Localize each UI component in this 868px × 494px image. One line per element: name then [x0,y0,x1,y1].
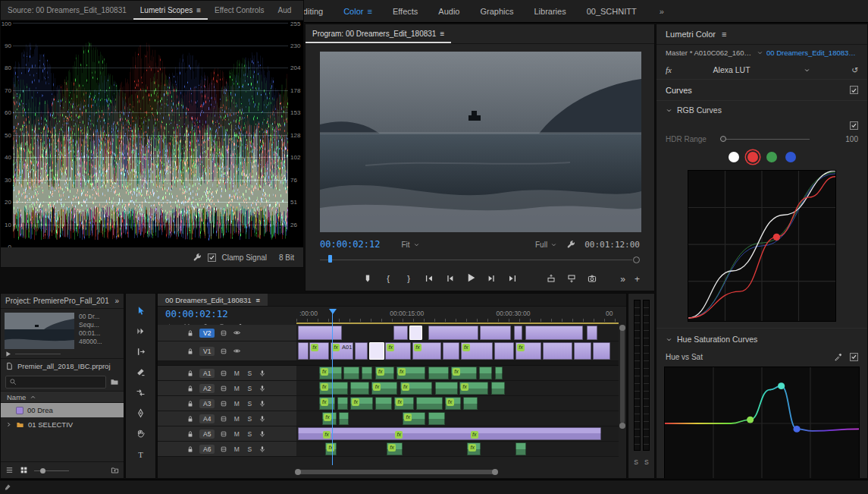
channel-dot-2[interactable] [766,152,777,162]
curves-enable-checkbox[interactable] [850,86,858,94]
workspace-menu-icon[interactable]: ≡ [367,7,371,16]
track-lane[interactable]: fxfxfxfx [296,396,619,411]
timeline-clip[interactable]: fxA01 [331,342,353,360]
lock-icon[interactable] [186,329,194,337]
preview-scrubber[interactable] [15,354,61,354]
track-lane[interactable]: fxfxfx [296,442,619,456]
timeline-clip[interactable] [355,342,368,360]
solo-button[interactable]: S [246,430,253,438]
panel-menu-icon[interactable]: ≡ [722,30,726,39]
track-header-a4[interactable]: A4MS [158,411,296,426]
track-badge[interactable]: A6 [199,445,215,454]
panel-menu-icon[interactable]: ≡ [440,30,444,38]
lock-icon[interactable] [186,430,194,438]
sync-lock-icon[interactable] [220,385,227,392]
timeline-clip[interactable]: fx [371,382,397,395]
mute-button[interactable]: M [233,445,240,453]
rgb-curves-enable-checkbox[interactable] [850,121,858,130]
hue-vs-sat-editor[interactable] [664,367,860,479]
timeline-clip[interactable] [350,382,370,395]
solo-button[interactable]: S [644,458,649,466]
timeline-timecode[interactable]: 00:00:02:12 [165,308,228,319]
mute-button[interactable]: M [233,430,240,438]
track-header-v2[interactable]: V2 [158,325,296,341]
timeline-clip[interactable]: fx [385,342,411,360]
timeline-clip[interactable] [393,326,408,340]
timeline-clip[interactable]: fx [394,397,414,410]
chevron-down-icon[interactable] [666,107,672,114]
timeline-clip[interactable]: fx [387,442,403,455]
timeline-ruler[interactable]: :00:0000:00:15:0000:00:30:0000 [296,309,619,322]
timeline-clip[interactable]: fx [459,382,488,395]
timeline-clip[interactable] [587,326,598,340]
timeline-clip[interactable]: fx [322,412,337,425]
sequence-clip-label[interactable]: 00 Dreamers_Edit_180831... [766,49,858,57]
timeline-clip[interactable] [525,326,584,340]
project-row-01-selectiv[interactable]: 01 SELECTIV [1,417,124,432]
track-badge[interactable]: A3 [199,399,215,408]
mute-button[interactable]: M [233,415,240,423]
timeline-clip[interactable] [409,326,422,340]
track-lane[interactable]: fxfxfxfx [296,366,619,380]
timeline-clip[interactable]: fx [515,342,541,360]
track-badge[interactable]: V1 [199,347,215,356]
timeline-clip[interactable] [479,367,493,379]
timeline-clip[interactable] [494,342,514,360]
timeline-clip[interactable] [343,367,359,379]
program-video-viewport[interactable] [320,52,641,232]
timeline-clip[interactable] [543,342,572,360]
pen-tool[interactable] [133,405,149,420]
solo-button[interactable]: S [246,445,253,453]
selection-tool[interactable] [133,303,149,318]
mark-in-button[interactable]: { [384,272,393,286]
timeline-tab[interactable]: 00 Dreamers_Edit_180831 ≡ [158,294,268,306]
program-scrubber[interactable] [320,254,640,264]
sync-lock-icon[interactable] [220,329,227,337]
program-settings-wrench-icon[interactable] [566,240,575,249]
timeline-clip[interactable] [491,382,506,395]
lock-icon[interactable] [186,348,194,355]
search-bin-icon[interactable] [110,377,119,386]
slip-tool[interactable] [133,385,149,400]
timeline-clip[interactable]: fx [309,342,329,360]
mute-button[interactable]: M [233,400,240,407]
timeline-clip[interactable] [362,367,372,379]
timeline-clip[interactable] [337,397,348,410]
go-to-out-button[interactable] [508,272,517,286]
sync-lock-icon[interactable] [220,348,227,355]
channel-dot-3[interactable] [785,152,796,162]
lock-icon[interactable] [186,370,194,377]
lock-icon[interactable] [186,445,194,453]
channel-dot-0[interactable] [729,152,739,162]
solo-button[interactable]: S [246,415,253,423]
panel-menu-icon[interactable]: ≡ [196,6,201,14]
timeline-clip[interactable] [463,397,478,410]
project-title[interactable]: Project: PremierePro_Fall_201 [5,297,111,305]
sync-lock-icon[interactable] [220,445,227,453]
panel-tab-source-00-dreamers-edit-180831[interactable]: Source: 00 Dreamers_Edit_180831 [1,1,133,20]
search-input[interactable] [5,376,106,389]
track-badge[interactable]: A2 [199,384,215,393]
thumbnail-zoom-slider[interactable] [34,467,69,474]
ripple-edit-tool[interactable] [133,344,149,359]
eye-icon[interactable] [233,329,241,337]
icon-view-icon[interactable] [20,466,28,474]
hue-vs-sat-enable-checkbox[interactable] [850,353,858,361]
timeline-clip[interactable]: fx [350,397,373,410]
lock-icon[interactable] [186,415,194,423]
sync-lock-icon[interactable] [220,430,227,438]
lift-button[interactable] [547,272,556,286]
new-bin-icon[interactable] [111,466,119,474]
timeline-clip[interactable] [428,367,449,379]
timeline-clip[interactable] [339,412,349,425]
list-view-icon[interactable] [5,466,14,474]
eyedropper-icon[interactable] [834,353,842,361]
sync-lock-icon[interactable] [220,415,227,423]
solo-button[interactable]: S [246,400,253,407]
workspace-tab-audio[interactable]: Audio [438,7,459,16]
program-timecode[interactable]: 00:00:02:12 [320,239,380,250]
preview-play-icon[interactable] [5,351,11,357]
mic-icon[interactable] [259,385,266,392]
playback-resolution-dropdown[interactable]: Full [535,241,557,249]
track-header-a1[interactable]: A1MS [158,366,296,380]
